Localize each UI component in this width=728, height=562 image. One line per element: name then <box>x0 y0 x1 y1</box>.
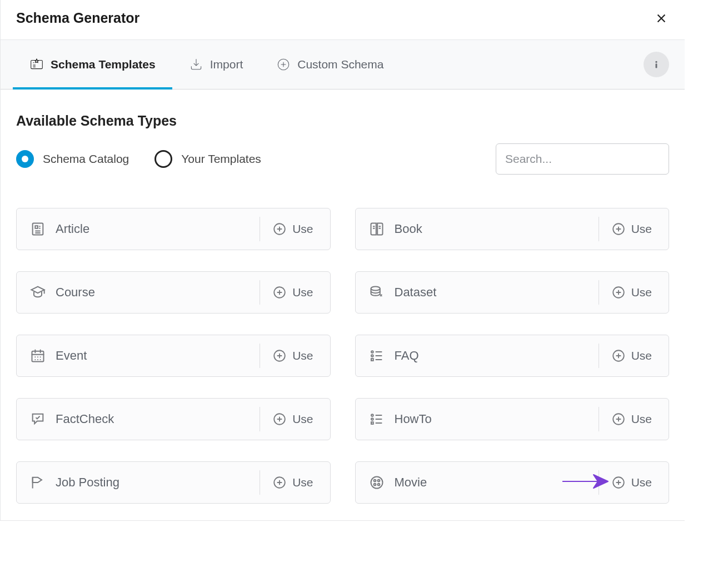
radio-label: Your Templates <box>181 152 261 166</box>
card-left: Dataset <box>356 285 599 300</box>
svg-point-22 <box>371 477 382 489</box>
modal-title: Schema Generator <box>16 10 139 26</box>
use-button[interactable]: Use <box>599 217 664 241</box>
use-label: Use <box>631 412 652 426</box>
plus-circle-icon <box>611 412 626 426</box>
plus-circle-icon <box>272 475 287 490</box>
schema-card-movie: Movie Use <box>355 461 670 504</box>
info-button[interactable] <box>644 52 669 77</box>
dataset-icon <box>369 285 385 300</box>
titlebar: Schema Generator <box>1 0 685 39</box>
svg-point-13 <box>371 355 373 357</box>
use-button[interactable]: Use <box>599 470 664 495</box>
search-input[interactable] <box>496 143 669 175</box>
use-button[interactable]: Use <box>260 217 325 241</box>
card-label: Article <box>56 222 89 236</box>
card-left: Movie <box>356 475 599 490</box>
svg-point-2 <box>655 61 657 63</box>
tab-import[interactable]: Import <box>172 40 260 89</box>
course-icon <box>30 285 46 300</box>
schema-card-book: Book Use <box>355 208 670 250</box>
tab-label: Custom Schema <box>297 58 383 71</box>
filter-row: Schema Catalog Your Templates <box>16 143 669 175</box>
use-button[interactable]: Use <box>599 344 664 368</box>
use-label: Use <box>292 222 313 236</box>
schema-card-faq: FAQ Use <box>355 335 670 377</box>
svg-rect-3 <box>656 63 657 68</box>
job-posting-icon <box>30 475 46 490</box>
card-label: Job Posting <box>56 475 119 490</box>
card-label: Dataset <box>395 285 437 300</box>
use-button[interactable]: Use <box>260 280 325 305</box>
howto-icon <box>369 411 385 427</box>
radio-your-templates[interactable]: Your Templates <box>154 150 261 168</box>
movie-icon <box>369 475 385 490</box>
use-button[interactable]: Use <box>599 280 664 305</box>
tab-label: Import <box>210 58 243 71</box>
book-icon <box>369 221 385 237</box>
use-button[interactable]: Use <box>260 470 325 495</box>
use-label: Use <box>292 412 313 426</box>
tab-custom-schema[interactable]: Custom Schema <box>260 40 400 89</box>
schema-grid: Article Use Book Use <box>16 208 669 504</box>
event-icon <box>30 348 46 364</box>
tab-schema-templates[interactable]: Schema Templates <box>13 40 172 89</box>
plus-circle-icon <box>272 412 287 426</box>
radio-dot-icon <box>16 150 34 168</box>
schema-card-howto: HowTo Use <box>355 398 670 440</box>
card-label: HowTo <box>395 412 432 426</box>
use-label: Use <box>292 349 313 362</box>
close-button[interactable] <box>654 11 669 26</box>
card-left: HowTo <box>356 411 599 427</box>
plus-circle-icon <box>611 285 626 300</box>
svg-point-18 <box>371 418 373 420</box>
schema-card-article: Article Use <box>16 208 331 250</box>
schema-card-factcheck: FactCheck Use <box>16 398 331 440</box>
faq-icon <box>369 348 385 364</box>
svg-point-26 <box>377 484 380 486</box>
card-label: FAQ <box>395 349 419 363</box>
plus-circle-icon <box>611 222 626 236</box>
card-label: Book <box>395 222 422 236</box>
svg-point-24 <box>377 480 380 482</box>
card-label: Course <box>56 285 95 300</box>
use-label: Use <box>631 476 652 489</box>
use-button[interactable]: Use <box>260 344 325 368</box>
close-icon <box>655 12 667 24</box>
template-icon <box>29 57 44 72</box>
schema-card-job-posting: Job Posting Use <box>16 461 331 504</box>
schema-generator-modal: Schema Generator Schema Templates Import… <box>0 0 685 521</box>
card-left: Course <box>17 285 260 300</box>
use-label: Use <box>292 286 313 299</box>
tab-strip: Schema Templates Import Custom Schema <box>1 39 685 89</box>
section-heading: Available Schema Types <box>16 113 669 129</box>
plus-circle-icon <box>272 349 287 363</box>
svg-point-17 <box>371 414 373 416</box>
schema-card-event: Event Use <box>16 335 331 377</box>
use-button[interactable]: Use <box>260 407 325 431</box>
schema-card-dataset: Dataset Use <box>355 271 670 314</box>
card-left: Book <box>356 221 599 237</box>
plus-circle-icon <box>611 475 626 490</box>
factcheck-icon <box>30 411 46 427</box>
card-label: FactCheck <box>56 412 114 426</box>
content-area: Available Schema Types Schema Catalog Yo… <box>1 89 685 520</box>
card-left: Event <box>17 348 260 364</box>
svg-rect-14 <box>371 359 373 361</box>
radio-label: Schema Catalog <box>43 152 129 166</box>
card-left: FAQ <box>356 348 599 364</box>
card-left: Job Posting <box>17 475 260 490</box>
card-left: FactCheck <box>17 411 260 427</box>
card-label: Event <box>56 349 87 363</box>
radio-schema-catalog[interactable]: Schema Catalog <box>16 150 129 168</box>
plus-circle-icon <box>611 349 626 363</box>
svg-point-25 <box>373 484 376 486</box>
radio-dot-icon <box>154 150 172 168</box>
use-label: Use <box>631 349 652 362</box>
svg-point-12 <box>371 351 373 353</box>
use-button[interactable]: Use <box>599 407 664 431</box>
svg-point-8 <box>371 287 380 291</box>
info-icon <box>650 58 662 71</box>
use-label: Use <box>631 222 652 236</box>
schema-card-course: Course Use <box>16 271 331 314</box>
